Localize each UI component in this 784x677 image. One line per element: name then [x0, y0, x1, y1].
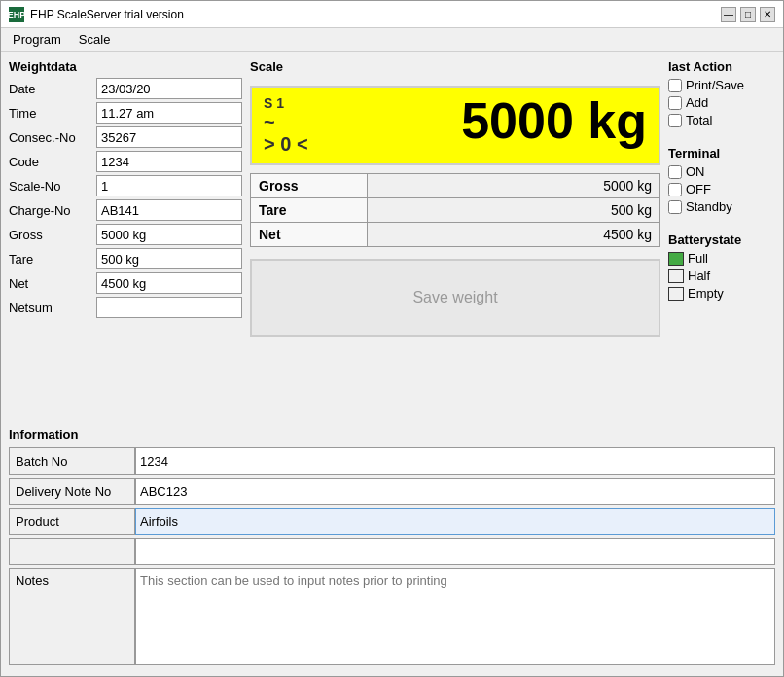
battery-half-row: Half — [668, 268, 775, 283]
information-section: Information Batch No Delivery Note No Pr… — [1, 427, 783, 676]
off-checkbox-row: OFF — [668, 182, 775, 196]
batch-no-label: Batch No — [9, 447, 135, 475]
product-label: Product — [9, 508, 135, 535]
delivery-note-row: Delivery Note No — [9, 478, 775, 505]
main-content: Weightdata Date 23/03/20 Time 11.27 am C… — [1, 52, 783, 427]
tare-row-display: Tare 500 kg — [251, 198, 660, 223]
delivery-note-input[interactable] — [135, 478, 775, 505]
terminal-off-label: OFF — [686, 182, 711, 196]
tare-display-label: Tare — [251, 198, 368, 223]
battery-empty-label: Empty — [688, 286, 724, 301]
app-icon: EHP — [9, 7, 24, 22]
time-row: Time 11.27 am — [9, 102, 242, 124]
consec-no-row: Consec.-No 35267 — [9, 126, 242, 148]
code-value: 1234 — [96, 151, 242, 172]
consec-no-value: 35267 — [96, 126, 242, 148]
save-weight-button[interactable]: Save weight — [250, 259, 660, 337]
window-title: EHP ScaleServer trial version — [30, 8, 184, 21]
delivery-note-label: Delivery Note No — [9, 478, 135, 505]
minimize-button[interactable]: — — [721, 7, 736, 22]
menu-program[interactable]: Program — [5, 30, 69, 49]
date-row: Date 23/03/20 — [9, 78, 242, 99]
product-row: Product — [9, 508, 775, 535]
battery-full-label: Full — [688, 251, 708, 266]
title-bar: EHP EHP ScaleServer trial version — □ ✕ — [1, 1, 783, 28]
terminal-on-label: ON — [686, 164, 705, 179]
notes-textarea[interactable] — [135, 568, 775, 665]
batterystate-section: Batterystate Full Half Empty — [668, 232, 775, 303]
total-checkbox[interactable] — [668, 114, 682, 127]
terminal-on-checkbox[interactable] — [668, 165, 682, 179]
batterystate-title: Batterystate — [668, 232, 775, 247]
battery-full-icon — [668, 252, 684, 266]
print-save-label: Print/Save — [686, 78, 744, 92]
battery-empty-icon — [668, 287, 684, 301]
gross-row-display: Gross 5000 kg — [251, 174, 660, 198]
main-window: EHP EHP ScaleServer trial version — □ ✕ … — [0, 0, 784, 677]
add-checkbox-row: Add — [668, 95, 775, 110]
battery-half-icon — [668, 269, 684, 283]
scale-display: S 1 ~ > 0 < 5000 kg — [250, 86, 660, 165]
standby-checkbox-row: Standby — [668, 199, 775, 214]
terminal-standby-label: Standby — [686, 199, 732, 214]
net-value: 4500 kg — [96, 272, 242, 294]
gross-display-label: Gross — [251, 174, 368, 198]
tare-value: 500 kg — [96, 248, 242, 269]
product-input[interactable] — [135, 508, 775, 535]
net-label: Net — [9, 276, 96, 291]
total-label: Total — [686, 113, 712, 127]
code-label: Code — [9, 155, 96, 169]
total-checkbox-row: Total — [668, 113, 775, 127]
date-value: 23/03/20 — [96, 78, 242, 99]
scale-no-row: Scale-No 1 — [9, 175, 242, 196]
close-button[interactable]: ✕ — [760, 7, 775, 22]
time-value: 11.27 am — [96, 102, 242, 124]
scale-id: S 1 — [264, 95, 308, 111]
tare-display-value: 500 kg — [368, 198, 660, 223]
weight-table: Gross 5000 kg Tare 500 kg Net 4500 kg — [250, 173, 660, 247]
print-save-checkbox-row: Print/Save — [668, 78, 775, 92]
last-action-section: last Action Print/Save Add Total — [668, 59, 775, 130]
charge-no-row: Charge-No AB141 — [9, 199, 242, 221]
time-label: Time — [9, 106, 96, 121]
terminal-standby-checkbox[interactable] — [668, 200, 682, 214]
terminal-title: Terminal — [668, 146, 775, 160]
extra-field-label — [9, 538, 135, 565]
battery-empty-row: Empty — [668, 286, 775, 301]
terminal-section: Terminal ON OFF Standby — [668, 146, 775, 217]
menu-scale[interactable]: Scale — [71, 30, 119, 49]
notes-label: Notes — [9, 568, 135, 665]
add-label: Add — [686, 95, 708, 110]
add-checkbox[interactable] — [668, 96, 682, 110]
last-action-title: last Action — [668, 59, 775, 74]
gross-row: Gross 5000 kg — [9, 224, 242, 245]
weightdata-title: Weightdata — [9, 59, 242, 74]
extra-field-input[interactable] — [135, 538, 775, 565]
scale-no-value: 1 — [96, 175, 242, 196]
gross-display-value: 5000 kg — [368, 174, 660, 198]
scale-zero-indicator: ~ > 0 < — [264, 111, 308, 156]
tare-row: Tare 500 kg — [9, 248, 242, 269]
batch-no-input[interactable] — [135, 447, 775, 475]
weightdata-panel: Weightdata Date 23/03/20 Time 11.27 am C… — [9, 59, 242, 419]
net-display-label: Net — [251, 223, 368, 247]
scale-section-title: Scale — [250, 59, 660, 74]
scale-main-value: 5000 kg — [461, 95, 647, 146]
information-title: Information — [9, 427, 775, 442]
battery-half-label: Half — [688, 268, 710, 283]
batch-no-row: Batch No — [9, 447, 775, 475]
netsum-label: Netsum — [9, 301, 96, 315]
date-label: Date — [9, 82, 96, 96]
notes-row: Notes — [9, 568, 775, 665]
charge-no-value: AB141 — [96, 199, 242, 221]
scale-panel: Scale S 1 ~ > 0 < 5000 kg Gr — [250, 59, 660, 419]
print-save-checkbox[interactable] — [668, 79, 682, 92]
consec-no-label: Consec.-No — [9, 130, 96, 145]
scale-no-label: Scale-No — [9, 179, 96, 194]
terminal-off-checkbox[interactable] — [668, 183, 682, 196]
battery-full-row: Full — [668, 251, 775, 266]
right-panel: last Action Print/Save Add Total Termina… — [668, 59, 775, 419]
net-row: Net 4500 kg — [9, 272, 242, 294]
maximize-button[interactable]: □ — [740, 7, 756, 22]
charge-no-label: Charge-No — [9, 203, 96, 218]
